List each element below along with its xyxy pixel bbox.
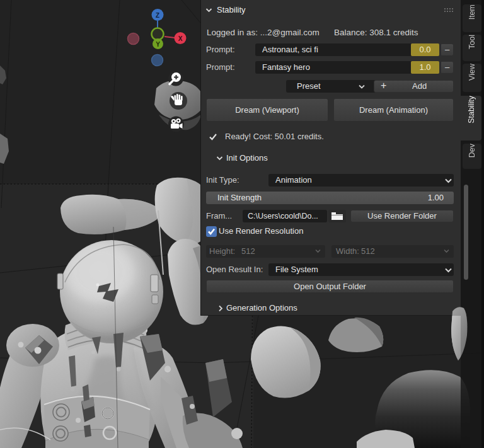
- svg-text:Z: Z: [156, 12, 159, 19]
- svg-text:X: X: [178, 35, 183, 42]
- svg-text:Y: Y: [156, 41, 160, 48]
